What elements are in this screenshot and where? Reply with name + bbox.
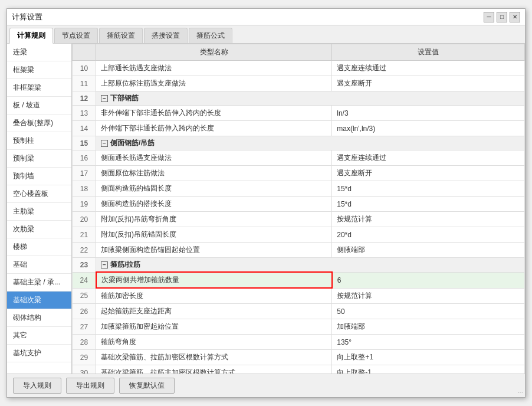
- sidebar-item-feikuangjialiang[interactable]: 非框架梁: [7, 79, 71, 97]
- row-setting-value[interactable]: 遇支座断开: [332, 76, 525, 91]
- row-type-name: 侧面通长筋遇支座做法: [96, 150, 332, 166]
- table-row[interactable]: 17 侧面原位标注筋做法 遇支座断开: [73, 166, 525, 181]
- row-setting-value[interactable]: ln/3: [332, 106, 525, 121]
- row-setting-value[interactable]: 侧腋端部: [332, 243, 525, 258]
- row-setting-value[interactable]: 遇支座断开: [332, 166, 525, 181]
- row-num: 27: [73, 319, 96, 335]
- sidebar-item-jichuzhuLiang[interactable]: 基础主梁 / 承...: [7, 274, 71, 292]
- row-setting-value[interactable]: max(ln',ln/3): [332, 121, 525, 136]
- row-num: 15: [73, 136, 96, 150]
- row-setting-value[interactable]: 向上取整-1: [332, 365, 525, 374]
- sidebar-item-zhuliang[interactable]: 主肋梁: [7, 203, 71, 221]
- row-setting-value[interactable]: 遇支座连续通过: [332, 150, 525, 166]
- sidebar-item-yuzhiliang[interactable]: 预制梁: [7, 150, 71, 168]
- reset-defaults-button[interactable]: 恢复默认值: [119, 378, 175, 394]
- table-row[interactable]: 21 附加(反扣)吊筋锚固长度 20*d: [73, 227, 525, 243]
- sidebar-item-kuangjialiang[interactable]: 框架梁: [7, 61, 71, 79]
- sidebar-item-yuzhiqiang[interactable]: 预制墙: [7, 168, 71, 185]
- table-row[interactable]: 23 −箍筋/拉筋: [73, 258, 525, 273]
- tab-stirrup-settings[interactable]: 箍筋设置: [99, 28, 143, 43]
- close-button[interactable]: ✕: [510, 12, 520, 22]
- row-setting-value[interactable]: 20*d: [332, 227, 525, 243]
- row-setting-value[interactable]: 6: [332, 272, 525, 288]
- table-row[interactable]: 24 次梁两侧共增加箍筋数量 6: [73, 272, 525, 288]
- table-row[interactable]: 13 非外伸端下部非通长筋伸入跨内的长度 ln/3: [73, 106, 525, 121]
- row-num: 18: [73, 181, 96, 197]
- table-row[interactable]: 12 −下部钢筋: [73, 91, 525, 106]
- sidebar-item-liangliang[interactable]: 连梁: [7, 44, 71, 61]
- row-num: 23: [73, 258, 96, 273]
- title-controls: ─ □ ✕: [484, 12, 520, 22]
- sidebar-item-jichuciliang[interactable]: 基础次梁: [7, 292, 71, 309]
- table-row[interactable]: 30 基础次梁箍筋、拉筋非加密区根数计算方式 向上取整-1: [73, 365, 525, 374]
- row-num: 17: [73, 166, 96, 181]
- table-row[interactable]: 14 外伸端下部非通长筋伸入跨内的长度 max(ln',ln/3): [73, 121, 525, 136]
- expand-icon[interactable]: −: [101, 95, 108, 102]
- row-type-name: 侧面构造筋的锚固长度: [96, 181, 332, 197]
- table-row[interactable]: 10 上部通长筋遇支座做法 遇支座连续通过: [73, 61, 525, 76]
- title-bar-left: 计算设置: [12, 12, 42, 22]
- table-row[interactable]: 26 起始箍筋距支座边距离 50: [73, 304, 525, 319]
- expand-icon[interactable]: −: [101, 140, 108, 147]
- table-row[interactable]: 25 箍筋加密长度 按规范计算: [73, 288, 525, 304]
- table-row[interactable]: 22 加腋梁侧面构造筋锚固起始位置 侧腋端部: [73, 243, 525, 258]
- sidebar-item-ban[interactable]: 板 / 坡道: [7, 97, 71, 114]
- col-type-name: 类型名称: [96, 44, 332, 61]
- expand-icon[interactable]: −: [101, 261, 108, 269]
- tab-lap-settings[interactable]: 搭接设置: [144, 28, 188, 43]
- import-rules-button[interactable]: 导入规则: [13, 378, 61, 394]
- sidebar-item-jikeng[interactable]: 基坑支护: [7, 345, 71, 362]
- sidebar-item-ciliang[interactable]: 次肋梁: [7, 221, 71, 238]
- table-row[interactable]: 18 侧面构造筋的锚固长度 15*d: [73, 181, 525, 197]
- row-setting-value[interactable]: 按规范计算: [332, 288, 525, 304]
- row-setting-value[interactable]: 15*d: [332, 181, 525, 197]
- row-setting-value[interactable]: 遇支座连续通过: [332, 61, 525, 76]
- minimize-button[interactable]: ─: [484, 12, 494, 22]
- row-type-name: 侧面构造筋的搭接长度: [96, 197, 332, 212]
- row-setting-value[interactable]: 135°: [332, 335, 525, 350]
- table-row[interactable]: 20 附加(反扣)吊筋弯折角度 按规范计算: [73, 212, 525, 227]
- table-row[interactable]: 28 箍筋弯角度 135°: [73, 335, 525, 350]
- tab-stirrup-formula[interactable]: 箍筋公式: [189, 28, 232, 43]
- sidebar-item-other[interactable]: 其它: [7, 327, 71, 345]
- row-type-name: 上部通长筋遇支座做法: [96, 61, 332, 76]
- row-type-name: 加腋梁侧面构造筋锚固起始位置: [96, 243, 332, 258]
- row-setting-value[interactable]: 50: [332, 304, 525, 319]
- row-num: 24: [73, 272, 96, 288]
- row-num: 25: [73, 288, 96, 304]
- table-row[interactable]: 11 上部原位标注筋遇支座做法 遇支座断开: [73, 76, 525, 91]
- row-setting-value[interactable]: 加腋端部: [332, 319, 525, 335]
- row-setting-value[interactable]: 向上取整+1: [332, 350, 525, 365]
- table-row[interactable]: 27 加腋梁箍筋加密起始位置 加腋端部: [73, 319, 525, 335]
- tab-node-settings[interactable]: 节点设置: [54, 28, 98, 43]
- sidebar-item-kongxinban[interactable]: 空心楼盖板: [7, 185, 71, 203]
- sidebar-item-yuzhizhu[interactable]: 预制柱: [7, 132, 71, 150]
- row-type-name: 箍筋弯角度: [96, 335, 332, 350]
- table-header-row: 类型名称 设置值: [73, 44, 525, 61]
- sidebar-item-diehban[interactable]: 叠合板(整厚): [7, 114, 71, 132]
- table-row[interactable]: 16 侧面通长筋遇支座做法 遇支座连续通过: [73, 150, 525, 166]
- row-type-name: 附加(反扣)吊筋锚固长度: [96, 227, 332, 243]
- sidebar-item-jichu[interactable]: 基础: [7, 256, 71, 274]
- row-type-name: 加腋梁箍筋加密起始位置: [96, 319, 332, 335]
- tab-calculation-rules[interactable]: 计算规则: [9, 28, 53, 44]
- sidebar-item-louti[interactable]: 楼梯: [7, 238, 71, 256]
- resize-handle[interactable]: ⋯: [518, 389, 524, 396]
- table-row[interactable]: 29 基础次梁箍筋、拉筋加密区根数计算方式 向上取整+1: [73, 350, 525, 365]
- row-num: 16: [73, 150, 96, 166]
- row-num: 13: [73, 106, 96, 121]
- row-setting-value[interactable]: 按规范计算: [332, 212, 525, 227]
- row-type-name: 非外伸端下部非通长筋伸入跨内的长度: [96, 106, 332, 121]
- row-num: 11: [73, 76, 96, 91]
- row-type-name: 外伸端下部非通长筋伸入跨内的长度: [96, 121, 332, 136]
- row-setting-value[interactable]: 15*d: [332, 197, 525, 212]
- sidebar-item-qiti[interactable]: 砌体结构: [7, 309, 71, 327]
- row-num: 10: [73, 61, 96, 76]
- sidebar: 连梁 框架梁 非框架梁 板 / 坡道 叠合板(整厚) 预制柱 预制梁 预制墙 空…: [7, 44, 72, 374]
- export-rules-button[interactable]: 导出规则: [66, 378, 114, 394]
- maximize-button[interactable]: □: [497, 12, 507, 22]
- table-row[interactable]: 15 −侧面钢筋/吊筋: [73, 136, 525, 150]
- row-num: 22: [73, 243, 96, 258]
- group-label: −下部钢筋: [96, 91, 525, 106]
- table-row[interactable]: 19 侧面构造筋的搭接长度 15*d: [73, 197, 525, 212]
